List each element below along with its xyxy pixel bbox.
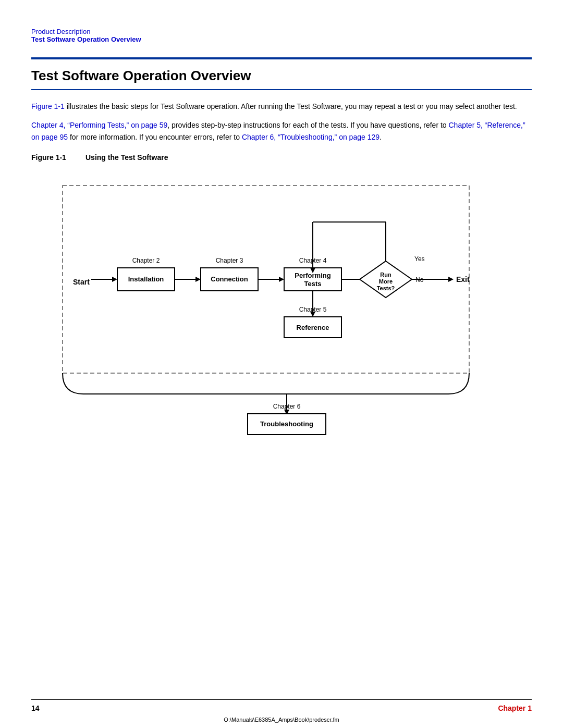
chapter4-link[interactable]: Chapter 4, “Performing Tests,” on page 5… xyxy=(31,121,167,129)
svg-marker-2 xyxy=(112,277,117,282)
chapter6-link[interactable]: Chapter 6, “Troubleshooting,” on page 12… xyxy=(242,133,380,141)
connection-label: Connection xyxy=(211,275,248,283)
diamond-run: Run xyxy=(380,272,391,278)
figure-number: Figure 1-1 xyxy=(31,153,73,162)
figure-label: Figure 1-1 Using the Test Software xyxy=(31,153,532,162)
para2-mid1: , provides step-by-step instructions for… xyxy=(167,121,448,129)
yes-label: Yes xyxy=(414,255,425,263)
chapter6-diagram-label: Chapter 6 xyxy=(273,403,301,410)
diamond-more: More xyxy=(379,278,393,285)
chapter3-label: Chapter 3 xyxy=(216,257,243,264)
page-title: Test Software Operation Overview xyxy=(31,68,532,90)
figure-1-1-link[interactable]: Figure 1-1 xyxy=(31,102,65,110)
top-rule xyxy=(31,57,532,59)
breadcrumb-chapter[interactable]: Test Software Operation Overview xyxy=(31,35,141,43)
paragraph-2: Chapter 4, “Performing Tests,” on page 5… xyxy=(31,119,532,143)
page: Product Description Test Software Operat… xyxy=(0,0,563,728)
svg-marker-8 xyxy=(279,277,284,282)
figure-title: Using the Test Software xyxy=(85,153,168,162)
para2-end: . xyxy=(380,133,382,141)
footer-file: O:\Manuals\E6385A_Amps\Book\prodescr.fm xyxy=(0,717,563,723)
diagram-svg: Start Installation Chapter 2 Connection … xyxy=(31,170,532,441)
installation-label: Installation xyxy=(128,275,164,283)
svg-marker-5 xyxy=(195,277,201,282)
main-content: Test Software Operation Overview Figure … xyxy=(31,68,532,441)
chapter5-label: Chapter 5 xyxy=(299,306,327,313)
start-label: Start xyxy=(73,278,90,286)
paragraph-1: Figure 1-1 illustrates the basic steps f… xyxy=(31,101,532,112)
chapter2-label: Chapter 2 xyxy=(132,257,160,264)
svg-marker-21 xyxy=(448,277,454,282)
page-number: 14 xyxy=(31,704,40,712)
footer: 14 Chapter 1 xyxy=(31,699,532,712)
exit-label: Exit xyxy=(456,275,470,283)
footer-chapter: Chapter 1 xyxy=(498,704,532,712)
diagram-container: Start Installation Chapter 2 Connection … xyxy=(31,170,532,441)
para1-text: illustrates the basic steps for Test Sof… xyxy=(65,102,517,110)
troubleshooting-label: Troubleshooting xyxy=(260,420,313,428)
breadcrumb-product[interactable]: Product Description xyxy=(31,28,141,35)
breadcrumb: Product Description Test Software Operat… xyxy=(31,28,141,43)
reference-label: Reference xyxy=(297,324,329,331)
diamond-tests: Tests? xyxy=(377,285,395,291)
para2-mid2: for more information. If you encounter e… xyxy=(68,133,242,141)
tests-label: Tests xyxy=(304,280,322,288)
